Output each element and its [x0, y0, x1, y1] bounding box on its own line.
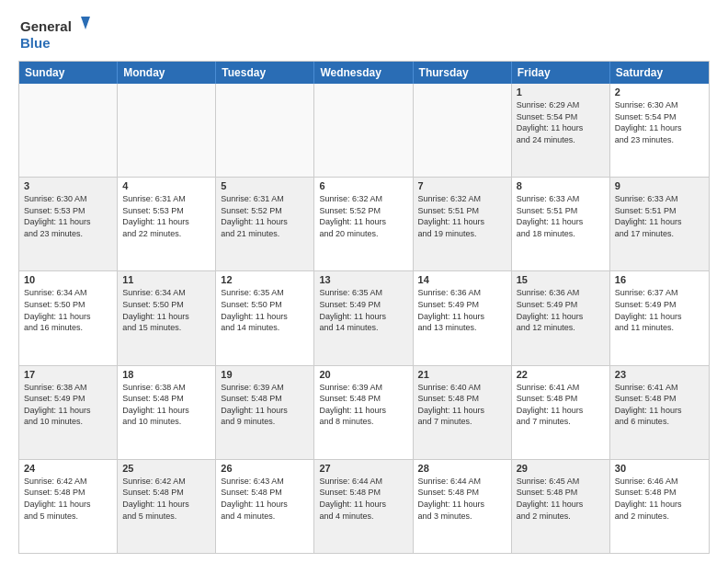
day-number: 18	[122, 369, 210, 380]
day-number: 8	[517, 180, 605, 191]
svg-text:Blue: Blue	[20, 35, 51, 51]
day-number: 5	[221, 180, 309, 191]
cal-cell	[314, 84, 413, 177]
cell-info: Sunrise: 6:44 AM Sunset: 5:48 PM Dayligh…	[418, 476, 506, 522]
day-number: 20	[319, 369, 407, 380]
day-number: 9	[615, 180, 704, 191]
cell-info: Sunrise: 6:46 AM Sunset: 5:48 PM Dayligh…	[615, 476, 704, 522]
cell-info: Sunrise: 6:35 AM Sunset: 5:50 PM Dayligh…	[221, 287, 309, 333]
cal-cell: 12Sunrise: 6:35 AM Sunset: 5:50 PM Dayli…	[216, 271, 314, 364]
cell-info: Sunrise: 6:39 AM Sunset: 5:48 PM Dayligh…	[319, 382, 407, 428]
cal-cell: 18Sunrise: 6:38 AM Sunset: 5:48 PM Dayli…	[118, 366, 216, 459]
cal-row-3: 17Sunrise: 6:38 AM Sunset: 5:49 PM Dayli…	[19, 365, 709, 459]
svg-marker-2	[81, 17, 90, 29]
day-number: 12	[221, 274, 309, 285]
cal-cell: 26Sunrise: 6:43 AM Sunset: 5:48 PM Dayli…	[216, 460, 314, 553]
cal-row-4: 24Sunrise: 6:42 AM Sunset: 5:48 PM Dayli…	[19, 459, 709, 553]
header: GeneralBlue	[18, 15, 710, 52]
cell-info: Sunrise: 6:36 AM Sunset: 5:49 PM Dayligh…	[517, 287, 605, 333]
day-number: 19	[221, 369, 309, 380]
cell-info: Sunrise: 6:38 AM Sunset: 5:48 PM Dayligh…	[122, 382, 210, 428]
cell-info: Sunrise: 6:34 AM Sunset: 5:50 PM Dayligh…	[24, 287, 112, 333]
cal-cell: 22Sunrise: 6:41 AM Sunset: 5:48 PM Dayli…	[512, 366, 610, 459]
cal-cell: 4Sunrise: 6:31 AM Sunset: 5:53 PM Daylig…	[118, 178, 216, 270]
cell-info: Sunrise: 6:43 AM Sunset: 5:48 PM Dayligh…	[221, 476, 309, 522]
cell-info: Sunrise: 6:34 AM Sunset: 5:50 PM Dayligh…	[122, 287, 210, 333]
calendar: SundayMondayTuesdayWednesdayThursdayFrid…	[18, 61, 710, 554]
cal-cell: 10Sunrise: 6:34 AM Sunset: 5:50 PM Dayli…	[19, 271, 118, 364]
day-number: 15	[517, 274, 605, 285]
cal-header-wednesday: Wednesday	[314, 62, 413, 84]
cal-cell: 16Sunrise: 6:37 AM Sunset: 5:49 PM Dayli…	[610, 271, 709, 364]
cal-cell: 28Sunrise: 6:44 AM Sunset: 5:48 PM Dayli…	[414, 460, 512, 553]
cal-header-thursday: Thursday	[414, 62, 512, 84]
cal-cell: 19Sunrise: 6:39 AM Sunset: 5:48 PM Dayli…	[216, 366, 314, 459]
cell-info: Sunrise: 6:37 AM Sunset: 5:49 PM Dayligh…	[615, 287, 704, 333]
cal-cell: 3Sunrise: 6:30 AM Sunset: 5:53 PM Daylig…	[19, 178, 118, 270]
cell-info: Sunrise: 6:30 AM Sunset: 5:54 PM Dayligh…	[615, 99, 704, 145]
cal-cell: 1Sunrise: 6:29 AM Sunset: 5:54 PM Daylig…	[512, 84, 610, 177]
cell-info: Sunrise: 6:42 AM Sunset: 5:48 PM Dayligh…	[122, 476, 210, 522]
cell-info: Sunrise: 6:33 AM Sunset: 5:51 PM Dayligh…	[615, 193, 704, 239]
logo-icon: GeneralBlue	[18, 15, 92, 52]
day-number: 21	[418, 369, 506, 380]
cal-cell: 27Sunrise: 6:44 AM Sunset: 5:48 PM Dayli…	[314, 460, 413, 553]
cell-info: Sunrise: 6:40 AM Sunset: 5:48 PM Dayligh…	[418, 382, 506, 428]
cal-cell: 5Sunrise: 6:31 AM Sunset: 5:52 PM Daylig…	[216, 178, 314, 270]
cal-row-2: 10Sunrise: 6:34 AM Sunset: 5:50 PM Dayli…	[19, 270, 709, 364]
cal-row-1: 3Sunrise: 6:30 AM Sunset: 5:53 PM Daylig…	[19, 177, 709, 270]
svg-text:General: General	[20, 18, 72, 34]
day-number: 10	[24, 274, 112, 285]
cell-info: Sunrise: 6:32 AM Sunset: 5:52 PM Dayligh…	[319, 193, 407, 239]
cell-info: Sunrise: 6:30 AM Sunset: 5:53 PM Dayligh…	[24, 193, 112, 239]
cal-cell: 20Sunrise: 6:39 AM Sunset: 5:48 PM Dayli…	[314, 366, 413, 459]
calendar-body: 1Sunrise: 6:29 AM Sunset: 5:54 PM Daylig…	[19, 84, 709, 553]
cal-cell: 8Sunrise: 6:33 AM Sunset: 5:51 PM Daylig…	[512, 178, 610, 270]
cell-info: Sunrise: 6:42 AM Sunset: 5:48 PM Dayligh…	[24, 476, 112, 522]
cal-cell: 14Sunrise: 6:36 AM Sunset: 5:49 PM Dayli…	[414, 271, 512, 364]
cell-info: Sunrise: 6:44 AM Sunset: 5:48 PM Dayligh…	[319, 476, 407, 522]
cal-cell	[216, 84, 314, 177]
cell-info: Sunrise: 6:41 AM Sunset: 5:48 PM Dayligh…	[517, 382, 605, 428]
day-number: 6	[319, 180, 407, 191]
day-number: 28	[418, 463, 506, 474]
day-number: 23	[615, 369, 704, 380]
cal-cell: 2Sunrise: 6:30 AM Sunset: 5:54 PM Daylig…	[610, 84, 709, 177]
day-number: 27	[319, 463, 407, 474]
day-number: 1	[517, 86, 605, 98]
day-number: 29	[517, 463, 605, 474]
cell-info: Sunrise: 6:36 AM Sunset: 5:49 PM Dayligh…	[418, 287, 506, 333]
cal-cell: 13Sunrise: 6:35 AM Sunset: 5:49 PM Dayli…	[314, 271, 413, 364]
cal-header-saturday: Saturday	[610, 62, 709, 84]
day-number: 7	[418, 180, 506, 191]
cal-cell: 17Sunrise: 6:38 AM Sunset: 5:49 PM Dayli…	[19, 366, 118, 459]
logo: GeneralBlue	[18, 15, 92, 52]
day-number: 17	[24, 369, 112, 380]
cal-cell: 29Sunrise: 6:45 AM Sunset: 5:48 PM Dayli…	[512, 460, 610, 553]
cal-cell: 30Sunrise: 6:46 AM Sunset: 5:48 PM Dayli…	[610, 460, 709, 553]
cell-info: Sunrise: 6:31 AM Sunset: 5:53 PM Dayligh…	[122, 193, 210, 239]
cell-info: Sunrise: 6:35 AM Sunset: 5:49 PM Dayligh…	[319, 287, 407, 333]
cell-info: Sunrise: 6:31 AM Sunset: 5:52 PM Dayligh…	[221, 193, 309, 239]
cal-cell: 7Sunrise: 6:32 AM Sunset: 5:51 PM Daylig…	[414, 178, 512, 270]
cal-cell: 24Sunrise: 6:42 AM Sunset: 5:48 PM Dayli…	[19, 460, 118, 553]
cell-info: Sunrise: 6:33 AM Sunset: 5:51 PM Dayligh…	[517, 193, 605, 239]
cal-header-sunday: Sunday	[19, 62, 118, 84]
cal-cell	[414, 84, 512, 177]
day-number: 25	[122, 463, 210, 474]
cal-header-friday: Friday	[512, 62, 610, 84]
day-number: 16	[615, 274, 704, 285]
cal-header-tuesday: Tuesday	[216, 62, 314, 84]
cell-info: Sunrise: 6:38 AM Sunset: 5:49 PM Dayligh…	[24, 382, 112, 428]
cal-cell: 25Sunrise: 6:42 AM Sunset: 5:48 PM Dayli…	[118, 460, 216, 553]
cal-cell: 23Sunrise: 6:41 AM Sunset: 5:48 PM Dayli…	[610, 366, 709, 459]
cell-info: Sunrise: 6:39 AM Sunset: 5:48 PM Dayligh…	[221, 382, 309, 428]
cal-cell: 11Sunrise: 6:34 AM Sunset: 5:50 PM Dayli…	[118, 271, 216, 364]
cal-header-monday: Monday	[118, 62, 216, 84]
cal-cell: 21Sunrise: 6:40 AM Sunset: 5:48 PM Dayli…	[414, 366, 512, 459]
cell-info: Sunrise: 6:32 AM Sunset: 5:51 PM Dayligh…	[418, 193, 506, 239]
day-number: 11	[122, 274, 210, 285]
day-number: 26	[221, 463, 309, 474]
cell-info: Sunrise: 6:45 AM Sunset: 5:48 PM Dayligh…	[517, 476, 605, 522]
day-number: 4	[122, 180, 210, 191]
